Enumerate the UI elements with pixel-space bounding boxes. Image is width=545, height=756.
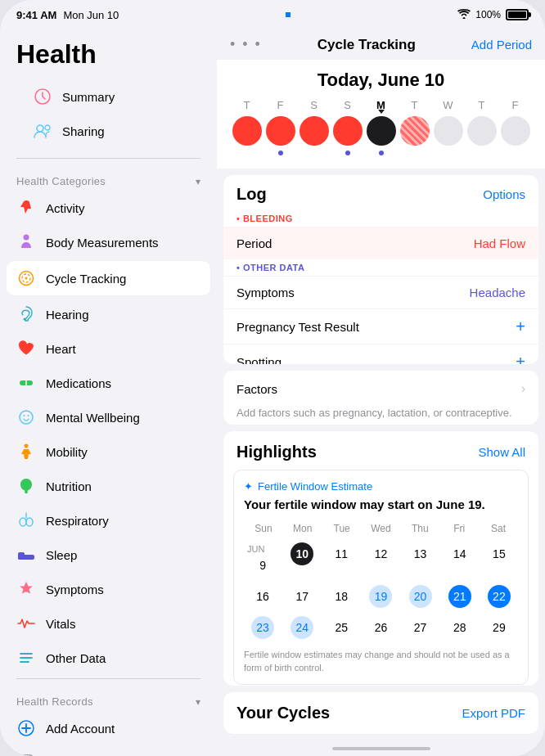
svg-point-11 (25, 444, 29, 448)
sidebar-item-sleep[interactable]: Sleep (0, 538, 217, 572)
export-pdf-button[interactable]: Export PDF (462, 706, 525, 720)
sidebar-item-symptoms[interactable]: Symptoms (0, 572, 217, 606)
clinical-documents-icon (16, 753, 36, 756)
day-circle-3[interactable] (300, 116, 329, 146)
sidebar-item-nutrition[interactable]: Nutrition (0, 469, 217, 503)
sidebar: Health Summary (0, 29, 217, 756)
sidebar-item-heart[interactable]: Heart (0, 331, 217, 366)
dot-5 (379, 151, 384, 155)
fertile-header: ✦ Fertile Window Estimate (244, 480, 518, 493)
cal-cell-11[interactable]: 11 (322, 539, 360, 580)
log-options-button[interactable]: Options (483, 187, 525, 201)
factors-row[interactable]: Factors › (223, 371, 538, 407)
day-circle-today[interactable] (367, 116, 396, 146)
symptoms-icon (16, 579, 36, 599)
sidebar-item-other-data[interactable]: Other Data (0, 641, 217, 675)
sidebar-item-add-account[interactable]: Add Account (0, 711, 217, 745)
cal-cell-22[interactable]: 22 (480, 582, 518, 611)
health-records-header[interactable]: Health Records ▾ (0, 682, 217, 711)
nutrition-label: Nutrition (46, 479, 92, 493)
sidebar-item-respiratory[interactable]: Respiratory (0, 503, 217, 538)
sharing-label: Sharing (62, 124, 105, 138)
other-data-log-label: • OTHER DATA (223, 259, 538, 276)
cal-num-11: 11 (330, 542, 353, 565)
sidebar-item-clinical-documents[interactable]: Clinical Documents (0, 745, 217, 756)
cal-cell-26[interactable]: 26 (362, 613, 399, 642)
sidebar-item-mental-wellbeing[interactable]: Mental Wellbeing (0, 400, 217, 434)
hearing-label: Hearing (46, 308, 89, 322)
health-categories-header[interactable]: Health Categories ▾ (0, 162, 217, 191)
day-circle-1[interactable] (232, 116, 262, 146)
home-indicator-area (217, 740, 545, 756)
cal-cell-27[interactable]: 27 (402, 613, 439, 642)
highlights-header: Highlights Show All (223, 431, 538, 470)
right-panel: • • • Cycle Tracking Add Period Today, J… (217, 29, 545, 756)
heart-icon (16, 339, 36, 358)
mobility-label: Mobility (46, 445, 88, 459)
dot-7 (446, 151, 451, 155)
add-period-button[interactable]: Add Period (471, 38, 532, 52)
cal-cell-23[interactable]: 23 (244, 613, 282, 642)
cal-cell-19[interactable]: 19 (362, 582, 399, 611)
cal-cell-25[interactable]: 25 (322, 613, 360, 642)
day-circle-4[interactable] (333, 116, 363, 146)
activity-label: Activity (46, 201, 85, 215)
sidebar-item-summary[interactable]: Summary (16, 79, 200, 114)
dot-3 (312, 151, 317, 155)
sidebar-item-vitals[interactable]: Vitals (0, 606, 217, 641)
cal-cell-14[interactable]: 14 (441, 539, 479, 580)
cal-num-10: 10 (291, 542, 313, 565)
cal-cell-18[interactable]: 18 (322, 582, 360, 611)
status-time: 9:41 AM (16, 9, 56, 21)
sidebar-divider-2 (16, 678, 200, 679)
day-circle-empty-2[interactable] (467, 116, 497, 146)
cal-cell-16[interactable]: 16 (244, 582, 282, 611)
sidebar-item-sharing[interactable]: Sharing (16, 114, 200, 148)
mini-calendar: Sun Mon Tue Wed Thu Fri Sat JUN (244, 521, 518, 642)
period-value: Had Flow (474, 236, 525, 250)
device-frame: 9:41 AM Mon Jun 10 100% Health (0, 0, 545, 756)
sidebar-item-hearing[interactable]: Hearing (0, 297, 217, 331)
cal-cell-13[interactable]: 13 (402, 539, 439, 580)
categories-chevron-icon: ▾ (196, 176, 200, 187)
your-cycles-title: Your Cycles (236, 704, 330, 722)
cal-cell-20[interactable]: 20 (402, 582, 439, 611)
cal-cell-15[interactable]: 15 (480, 539, 518, 580)
cal-num-23: 23 (251, 616, 274, 639)
log-header: Log Options (223, 175, 538, 210)
cal-cell-12[interactable]: 12 (362, 539, 399, 580)
cal-cell-24[interactable]: 24 (283, 613, 321, 642)
log-row-spotting[interactable]: Spotting + (223, 344, 538, 364)
show-all-button[interactable]: Show All (478, 445, 525, 459)
log-row-symptoms[interactable]: Symptoms Headache (223, 276, 538, 308)
symptoms-log-label: Symptoms (236, 286, 295, 299)
battery-fill (508, 11, 526, 18)
day-circles-row (230, 116, 532, 146)
mini-cal-week1: JUN 9 10 11 12 (244, 539, 518, 580)
sidebar-item-mobility[interactable]: Mobility (0, 434, 217, 469)
weekday-s1: S (300, 99, 329, 111)
cal-cell-17[interactable]: 17 (283, 582, 321, 611)
day-circle-empty-3[interactable] (501, 116, 530, 146)
sidebar-item-cycle-tracking[interactable]: Cycle Tracking (7, 261, 210, 295)
highlights-section: Highlights Show All ✦ Fertile Window Est… (223, 431, 538, 686)
mini-cal-header: Sun Mon Tue Wed Thu Fri Sat (244, 521, 518, 536)
panel-topbar: • • • Cycle Tracking Add Period (217, 29, 545, 60)
day-circle-2[interactable] (266, 116, 295, 146)
factors-label: Factors (236, 382, 277, 396)
log-row-pregnancy-test[interactable]: Pregnancy Test Result + (223, 308, 538, 344)
fertile-label: Fertile Window Estimate (258, 480, 372, 493)
cal-cell-29[interactable]: 29 (480, 613, 518, 642)
sidebar-item-medications[interactable]: Medications (0, 366, 217, 400)
sidebar-item-body-measurements[interactable]: Body Measurements (0, 225, 217, 259)
day-circle-empty-1[interactable] (434, 116, 463, 146)
log-row-period[interactable]: Period Had Flow (223, 227, 538, 259)
cal-num-18: 18 (330, 585, 353, 608)
cal-cell-9[interactable]: JUN 9 (244, 539, 282, 580)
cal-cell-21[interactable]: 21 (441, 582, 479, 611)
cal-num-9: 9 (251, 554, 274, 577)
day-circle-striped[interactable] (400, 116, 430, 146)
cal-cell-28[interactable]: 28 (441, 613, 479, 642)
sidebar-item-activity[interactable]: Activity (0, 191, 217, 225)
cal-cell-10[interactable]: 10 (283, 539, 321, 580)
